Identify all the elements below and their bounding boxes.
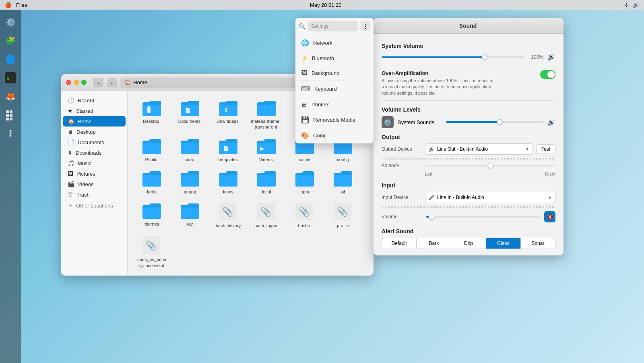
list-item[interactable]: 📎 .bashrc [287, 200, 321, 230]
settings-item-printers[interactable]: 🖨 Printers [295, 97, 374, 112]
alert-btn-bark[interactable]: Bark [417, 238, 451, 249]
mute-button[interactable]: 🔇 [544, 211, 555, 222]
printers-icon: 🖨 [301, 101, 308, 108]
list-item[interactable]: .icons [211, 168, 245, 196]
list-item[interactable]: Desktop [134, 97, 168, 132]
file-icon: 📎 [218, 202, 237, 221]
alert-btn-default[interactable]: Default [382, 238, 417, 249]
system-volume-thumb[interactable] [482, 54, 487, 60]
list-item[interactable]: snap [172, 136, 206, 164]
svg-point-10 [10, 133, 12, 135]
list-item[interactable]: .npm [287, 168, 321, 196]
list-item[interactable]: ▶ Videos [249, 136, 283, 164]
settings-item-label: Color [313, 133, 326, 139]
sidebar-item-label: Starred [76, 108, 93, 114]
sidebar-item-videos[interactable]: 🎬 Videos [63, 179, 126, 189]
settings-search-bar[interactable]: Settings [308, 21, 358, 31]
dock-apps[interactable] [3, 107, 18, 122]
dock-puzzle[interactable]: 🧩 [3, 33, 18, 48]
alert-btn-glass[interactable]: Glass [486, 238, 521, 249]
folder-icon [332, 170, 353, 187]
list-item[interactable]: .local [249, 168, 283, 196]
maximize-button[interactable] [81, 80, 87, 85]
settings-item-bluetooth[interactable]: ⚡ Bluetooth [295, 51, 374, 65]
svg-text:📎: 📎 [299, 206, 310, 217]
settings-item-removable-media[interactable]: 💾 Removable Media [295, 112, 374, 128]
list-item[interactable]: 📄 Documents [172, 97, 206, 132]
settings-item-network[interactable]: 🌐 Network [295, 35, 374, 51]
dock-circle[interactable] [3, 52, 18, 67]
input-volume-track[interactable] [426, 216, 540, 218]
sound-maximize-button[interactable] [394, 23, 399, 28]
sound-minimize-button[interactable] [386, 23, 391, 28]
sound-close-button[interactable] [378, 23, 384, 28]
settings-item-color[interactable]: 🎨 Color [295, 128, 374, 143]
volume-status-icon[interactable]: 🔊 [633, 2, 639, 8]
over-amp-toggle[interactable] [540, 70, 555, 79]
settings-menu-button[interactable]: ⋮ [361, 21, 370, 31]
alert-btn-drip[interactable]: Drip [451, 238, 486, 249]
list-item[interactable]: .fonts [134, 168, 168, 196]
list-item[interactable]: Public [134, 136, 168, 164]
sidebar-item-recent[interactable]: 🕐 Recent [63, 95, 126, 106]
dock-dots[interactable] [3, 126, 18, 141]
list-item[interactable]: 📎 .bash_history [211, 200, 245, 230]
sidebar-item-documents[interactable]: 📄 Documents [63, 137, 126, 147]
svg-rect-12 [147, 107, 151, 113]
folder-icon [141, 99, 162, 117]
documents-icon: 📄 [68, 139, 74, 145]
list-item[interactable]: 📎 .profile [325, 200, 359, 230]
system-sounds-track[interactable] [446, 121, 543, 123]
input-volume-thumb[interactable] [429, 214, 434, 220]
close-button[interactable] [66, 80, 71, 85]
system-volume-track[interactable] [382, 56, 525, 58]
forward-button[interactable]: › [107, 78, 117, 87]
alert-btn-sonar[interactable]: Sonar [521, 238, 555, 249]
sound-window: Sound System Volume 100% 🔊 Over-Amplific… [374, 18, 564, 255]
list-item[interactable]: .themes [134, 200, 168, 230]
list-item[interactable]: .ssh [325, 168, 359, 196]
app-name[interactable]: Files [16, 2, 27, 8]
balance-thumb[interactable] [488, 163, 493, 168]
apple-logo[interactable]: 🍎 [5, 2, 11, 8]
svg-text:📎: 📎 [146, 240, 157, 251]
menu-bar-right: ⊹ 🔊 [624, 2, 639, 8]
sidebar-item-home[interactable]: 🏠 Home [63, 116, 126, 127]
list-item[interactable]: 📄 Templates [211, 136, 245, 164]
list-item[interactable]: .var [172, 200, 206, 230]
dock-terminal[interactable]: $_ [3, 70, 18, 85]
svg-text:⬇: ⬇ [224, 107, 229, 113]
sidebar-item-pictures[interactable]: 🖼 Pictures [63, 168, 126, 179]
output-device-select[interactable]: 🔊 Line Out - Built-in Audio ▼ [425, 143, 533, 155]
sidebar-item-music[interactable]: 🎵 Music [63, 158, 126, 168]
settings-item-label: Bluetooth [312, 55, 334, 61]
balance-track[interactable] [426, 165, 555, 166]
back-button[interactable]: ‹ [93, 78, 103, 87]
dock-firefox[interactable]: 🦊 [3, 89, 18, 104]
input-device-label: Input Device [382, 195, 422, 200]
output-balance-track[interactable] [382, 158, 555, 160]
system-sounds-icon: ⚙️ [382, 116, 394, 128]
dock-settings[interactable]: ⚙️ [3, 15, 18, 30]
other-locations-button[interactable]: ＋ Other Locations [63, 200, 126, 211]
settings-item-background[interactable]: 🖼 Background [295, 65, 374, 81]
output-device-arrow: ▼ [525, 147, 529, 151]
settings-item-keyboard[interactable]: ⌨ Keyboard [295, 81, 374, 97]
settings-item-label: Background [312, 70, 339, 76]
list-item[interactable]: ⬇ Downloads [211, 97, 245, 132]
test-button[interactable]: Test [536, 144, 555, 154]
list-item[interactable]: .gnupg [172, 168, 206, 196]
sidebar-item-desktop[interactable]: 🖥 Desktop [63, 127, 126, 137]
list-item[interactable]: 📎 .bash_logout [249, 200, 283, 230]
input-device-select[interactable]: 🎤 Line In - Built-in Audio ▼ [425, 192, 555, 203]
svg-rect-5 [6, 114, 9, 117]
list-item[interactable]: 📎 .sudo_as_admin_successful [134, 234, 168, 270]
sidebar-item-trash[interactable]: 🗑 Trash [63, 189, 126, 200]
system-sounds-fill [446, 121, 500, 123]
system-sounds-thumb[interactable] [497, 119, 502, 125]
settings-header: 🔍 Settings ⋮ [295, 18, 374, 35]
sidebar-item-starred[interactable]: ★ Starred [63, 106, 126, 116]
minimize-button[interactable] [74, 80, 79, 85]
sidebar-item-downloads[interactable]: ⬇ Downloads [63, 147, 126, 158]
list-item[interactable]: materia-theme-transparent [249, 97, 283, 132]
